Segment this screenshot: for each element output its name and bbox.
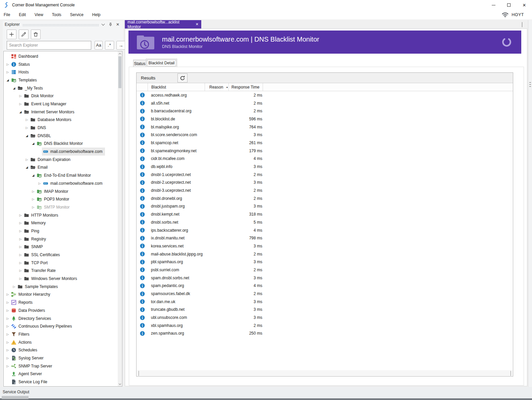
table-row[interactable]: all.s5h.net 2 ms (137, 99, 513, 107)
tree-item[interactable]: ▷ Memory (4, 219, 118, 227)
minimize-button[interactable] (486, 0, 501, 10)
tree-item[interactable]: ▷ Data Providers (4, 306, 118, 315)
table-row[interactable]: db.wpbl.info 3 ms (137, 163, 513, 171)
expander-icon[interactable]: ▷ (5, 341, 10, 344)
tree-item[interactable]: ◢ _My Tests (4, 84, 118, 92)
pin-icon[interactable] (107, 21, 114, 27)
scroll-up-icon[interactable] (118, 51, 122, 56)
table-row[interactable]: spam.pedantic.org 4 ms (137, 282, 513, 290)
tree-item[interactable]: ◢ DNS Blacklist Monitor (4, 140, 118, 148)
expander-icon[interactable]: ▷ (18, 94, 23, 98)
table-row[interactable]: dnsbl.dronebl.org 2 ms (137, 194, 513, 203)
tree-item[interactable]: ▷ Domain Expiration (4, 156, 118, 164)
scroll-right-icon[interactable] (511, 371, 511, 376)
table-row[interactable]: bl.mailspike.org 764 ms (137, 123, 513, 131)
table-row[interactable]: bl.score.senderscore.com 3 ms (137, 131, 513, 139)
expander-icon[interactable]: ▷ (18, 102, 23, 106)
table-row[interactable]: korea.services.net 3 ms (137, 242, 513, 250)
tree-item[interactable]: ◢ End-To-End Email Monitor (4, 171, 118, 179)
expander-icon[interactable]: ▷ (18, 214, 23, 217)
info-icon[interactable] (137, 275, 148, 280)
info-icon[interactable] (137, 156, 148, 161)
table-row[interactable]: bl.spameatingmonkey.net 179 ms (137, 147, 513, 155)
tree-item[interactable]: ▷ Registry (4, 235, 118, 243)
table-row[interactable]: spam.dnsbl.sorbs.net 3 ms (137, 274, 513, 282)
info-icon[interactable] (137, 140, 148, 145)
table-row[interactable]: pbl.spamhaus.org 3 ms (137, 258, 513, 266)
tree-item[interactable]: ▷ SNMP (4, 243, 118, 251)
expander-icon[interactable]: ▷ (5, 348, 10, 352)
table-row[interactable]: access.redhawk.org 2 ms (137, 91, 513, 99)
tab-close-icon[interactable]: ✕ (196, 22, 199, 26)
expander-icon[interactable]: ▷ (24, 126, 29, 129)
table-row[interactable]: psbl.surriel.com 2 ms (137, 266, 513, 274)
expander-icon[interactable]: ▷ (5, 309, 10, 312)
tab-blacklist-detail[interactable]: Blacklist Detail (146, 59, 177, 67)
menu-edit[interactable]: Edit (14, 10, 30, 19)
table-row[interactable]: mail-abuse.blacklist.jippg.org 2 ms (137, 250, 513, 258)
tree-item[interactable]: ◢ Internet Server Monitors (4, 108, 118, 116)
tree-item[interactable]: ▷ Syslog Server (4, 354, 118, 362)
info-icon[interactable] (137, 212, 148, 217)
info-icon[interactable] (137, 267, 148, 272)
tree-item[interactable]: ◢ Templates (4, 76, 118, 84)
expander-icon[interactable]: ▷ (18, 229, 23, 233)
maximize-button[interactable] (501, 0, 517, 10)
tree-item[interactable]: ▷ Database Monitors (4, 116, 118, 124)
tree-item[interactable]: ▷ POP3 Monitor (4, 195, 118, 203)
column-header-icon[interactable] (137, 83, 148, 91)
table-row[interactable]: truncate.gbudb.net 3 ms (137, 306, 513, 314)
search-input[interactable] (7, 41, 91, 50)
expander-icon[interactable]: ▷ (31, 197, 36, 201)
tree-item[interactable]: ▷ SSL Certificates (4, 251, 118, 259)
column-header-blacklist[interactable]: Blacklist (148, 83, 205, 91)
tree-item[interactable]: ▷ Continuous Delivery Pipelines (4, 322, 118, 330)
tree-item[interactable]: ▷ Hosts (4, 68, 118, 76)
tree-item[interactable]: ▷ IMAP Monitor (4, 187, 118, 195)
horizontal-scrollbar[interactable] (137, 370, 513, 376)
info-icon[interactable] (137, 283, 148, 288)
expander-icon[interactable]: ▷ (18, 221, 23, 225)
panel-drag-handle[interactable] (22, 24, 99, 26)
tree-item[interactable]: ▷ Sample Templates (4, 283, 118, 291)
expander-icon[interactable]: ▷ (18, 277, 23, 280)
delete-button[interactable] (31, 30, 41, 39)
column-header-response-time[interactable]: Response Time (229, 83, 263, 91)
add-button[interactable] (7, 30, 16, 39)
expander-icon[interactable]: ▷ (18, 261, 23, 265)
tree-item[interactable]: ▷ Ping (4, 227, 118, 235)
info-icon[interactable] (137, 164, 148, 169)
menu-tools[interactable]: Tools (48, 10, 66, 19)
expander-icon[interactable]: ▷ (18, 253, 23, 256)
tree-item[interactable]: mail.cornerbowlsoftware.com (4, 148, 118, 156)
panel-menu-chevron-icon[interactable] (100, 21, 106, 27)
expander-icon[interactable]: ▷ (12, 285, 16, 288)
table-row[interactable]: zen.spamhaus.org 250 ms (137, 330, 513, 338)
expander-icon[interactable]: ◢ (24, 134, 29, 137)
tree-item[interactable]: ▷ SMTP Monitor (4, 203, 118, 211)
scroll-left-icon[interactable] (139, 371, 139, 376)
bottom-splitter-grip[interactable] (2, 396, 29, 399)
tree-item[interactable]: ▷ Directory Services (4, 315, 118, 323)
table-row[interactable]: ubl.unsubscore.com 3 ms (137, 313, 513, 322)
expander-icon[interactable]: ◢ (12, 87, 16, 90)
expander-icon[interactable]: ▷ (18, 237, 23, 241)
table-row[interactable]: dnsbl-1.uceprotect.net 2 ms (137, 171, 513, 179)
tree-scrollbar[interactable] (118, 51, 122, 386)
panel-close-icon[interactable]: ✕ (114, 21, 121, 27)
tree-item[interactable]: ▷ Monitor Hierarchy (4, 291, 118, 299)
expander-icon[interactable]: ◢ (31, 174, 36, 177)
info-icon[interactable] (137, 323, 148, 328)
tree-item[interactable]: ▷ Transfer Rate (4, 267, 118, 275)
scroll-thumb[interactable] (118, 56, 121, 88)
info-icon[interactable] (137, 291, 148, 296)
expander-icon[interactable]: ▷ (24, 158, 29, 161)
expander-icon[interactable]: ◢ (31, 142, 36, 145)
expander-icon[interactable]: ▷ (31, 206, 36, 209)
info-icon[interactable] (137, 243, 148, 248)
bottom-splitter[interactable] (0, 397, 532, 400)
table-row[interactable]: xbl.spamhaus.org 2 ms (137, 322, 513, 330)
info-icon[interactable] (137, 196, 148, 201)
tree-item[interactable]: Agent Server (4, 370, 118, 378)
expander-icon[interactable]: ◢ (5, 78, 10, 82)
